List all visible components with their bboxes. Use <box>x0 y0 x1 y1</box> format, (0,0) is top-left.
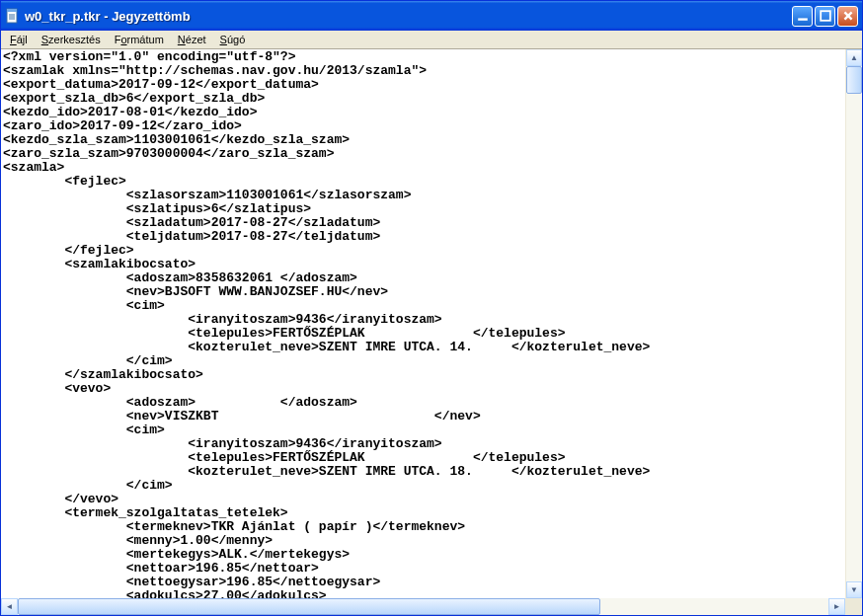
menu-format[interactable]: Formátum <box>108 33 171 46</box>
menu-edit[interactable]: Szerkesztés <box>35 33 108 46</box>
menu-help[interactable]: Súgó <box>213 33 253 46</box>
maximize-button[interactable] <box>815 6 835 27</box>
vscroll-track[interactable] <box>846 66 862 581</box>
close-button[interactable] <box>837 6 858 27</box>
hscroll-track[interactable] <box>18 598 828 615</box>
svg-rect-6 <box>821 11 830 21</box>
scroll-down-button[interactable]: ▼ <box>846 581 862 598</box>
svg-rect-5 <box>798 18 808 20</box>
vertical-scrollbar[interactable]: ▲ ▼ <box>845 49 862 598</box>
notepad-window: w0_tkr_p.tkr - Jegyzettömb Fájl Szerkesz… <box>0 0 863 616</box>
notepad-icon <box>5 8 21 24</box>
menu-file[interactable]: Fájl <box>3 33 35 46</box>
titlebar[interactable]: w0_tkr_p.tkr - Jegyzettömb <box>1 1 862 31</box>
menu-view[interactable]: Nézet <box>171 33 213 46</box>
horizontal-scrollbar[interactable]: ◄ ► <box>1 598 862 615</box>
hscroll-thumb[interactable] <box>18 598 600 615</box>
scroll-right-button[interactable]: ► <box>828 598 845 615</box>
scroll-corner <box>845 598 862 615</box>
window-controls <box>792 6 858 27</box>
svg-rect-1 <box>7 9 17 12</box>
scroll-left-button[interactable]: ◄ <box>1 598 18 615</box>
editor-area: <?xml version="1.0" encoding="utf-8"?> <… <box>1 49 862 598</box>
scroll-up-button[interactable]: ▲ <box>846 49 862 66</box>
menubar: Fájl Szerkesztés Formátum Nézet Súgó <box>1 31 862 49</box>
minimize-button[interactable] <box>792 6 813 27</box>
window-title: w0_tkr_p.tkr - Jegyzettömb <box>25 9 792 24</box>
vscroll-thumb[interactable] <box>846 66 862 94</box>
text-content[interactable]: <?xml version="1.0" encoding="utf-8"?> <… <box>1 49 845 598</box>
